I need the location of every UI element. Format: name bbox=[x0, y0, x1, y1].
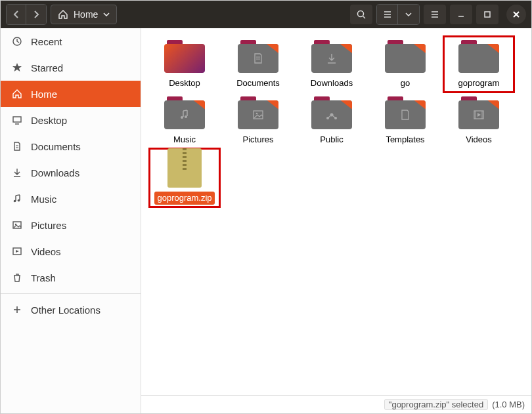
file-grid[interactable]: DesktopDocumentsDownloadsgogoprogramMusi… bbox=[141, 28, 531, 395]
sidebar-item-music[interactable]: Music bbox=[1, 186, 141, 212]
file-label: go bbox=[398, 77, 412, 90]
file-label: Templates bbox=[383, 133, 427, 146]
sidebar-item-videos[interactable]: Videos bbox=[1, 238, 141, 264]
forward-button[interactable] bbox=[26, 5, 46, 24]
sidebar-item-label: Trash bbox=[31, 272, 56, 283]
file-label: goprogram bbox=[456, 77, 502, 90]
file-item-go[interactable]: go bbox=[372, 39, 438, 90]
sidebar-item-downloads[interactable]: Downloads bbox=[1, 159, 141, 186]
file-label: goprogram.zip bbox=[154, 192, 214, 205]
clock-icon bbox=[11, 35, 23, 47]
view-switcher bbox=[376, 4, 420, 25]
svg-point-31 bbox=[256, 112, 258, 114]
desktop-icon bbox=[11, 114, 23, 126]
home-icon bbox=[58, 9, 68, 20]
music-icon bbox=[11, 193, 23, 205]
file-item-downloads[interactable]: Downloads bbox=[299, 39, 365, 90]
sidebar-item-label: Other Locations bbox=[31, 304, 100, 316]
folder-icon bbox=[458, 95, 499, 129]
svg-point-18 bbox=[18, 199, 20, 202]
svg-line-19 bbox=[16, 195, 20, 196]
file-label: Documents bbox=[234, 77, 282, 90]
maximize-button[interactable] bbox=[476, 5, 499, 24]
sidebar-item-home[interactable]: Home bbox=[1, 81, 141, 107]
sidebar-item-recent[interactable]: Recent bbox=[1, 28, 141, 54]
search-button[interactable] bbox=[350, 5, 372, 24]
file-item-documents[interactable]: Documents bbox=[225, 39, 291, 90]
folder-icon bbox=[385, 95, 426, 129]
minimize-button[interactable] bbox=[450, 5, 472, 24]
file-item-pictures[interactable]: Pictures bbox=[225, 95, 291, 146]
file-label: Desktop bbox=[166, 77, 203, 90]
sidebar-item-other-locations[interactable]: Other Locations bbox=[1, 297, 141, 323]
plus-icon bbox=[11, 304, 23, 316]
file-label: Public bbox=[317, 133, 345, 146]
sidebar-item-documents[interactable]: Documents bbox=[1, 133, 141, 159]
file-label: Pictures bbox=[240, 133, 277, 146]
sidebar-item-pictures[interactable]: Pictures bbox=[1, 212, 141, 238]
documents-icon bbox=[11, 140, 23, 152]
sidebar-item-desktop[interactable]: Desktop bbox=[1, 107, 141, 133]
home-icon bbox=[11, 88, 23, 100]
sidebar-item-label: Starred bbox=[31, 62, 63, 73]
hamburger-menu-button[interactable] bbox=[424, 5, 446, 24]
content-area: DesktopDocumentsDownloadsgogoprogramMusi… bbox=[141, 28, 531, 413]
svg-rect-13 bbox=[13, 117, 21, 122]
downloads-icon bbox=[11, 167, 23, 178]
path-dropdown-icon[interactable] bbox=[103, 12, 110, 16]
svg-line-1 bbox=[363, 16, 365, 18]
nav-buttons bbox=[6, 4, 47, 25]
file-label: Videos bbox=[463, 133, 495, 146]
file-item-music[interactable]: Music bbox=[152, 95, 217, 146]
folder-icon bbox=[385, 39, 426, 73]
sidebar-item-trash[interactable]: Trash bbox=[1, 264, 141, 291]
file-item-goprogram[interactable]: goprogram bbox=[446, 39, 512, 90]
folder-icon bbox=[458, 39, 499, 73]
sidebar-item-label: Desktop bbox=[31, 115, 67, 126]
svg-rect-9 bbox=[485, 12, 490, 17]
sidebar-item-label: Downloads bbox=[31, 167, 79, 178]
file-manager-window: Home RecentStar bbox=[0, 0, 532, 414]
path-label: Home bbox=[74, 9, 98, 20]
file-item-goprogram-zip[interactable]: goprogram.zip bbox=[152, 151, 217, 205]
file-item-public[interactable]: Public bbox=[299, 95, 365, 146]
file-item-templates[interactable]: Templates bbox=[372, 95, 438, 146]
status-size: (1.0 MB) bbox=[492, 400, 525, 409]
star-icon bbox=[11, 62, 23, 73]
svg-point-17 bbox=[14, 200, 16, 203]
close-button[interactable] bbox=[506, 5, 526, 24]
back-button[interactable] bbox=[7, 5, 26, 24]
folder-icon bbox=[238, 95, 278, 129]
svg-line-35 bbox=[328, 115, 332, 118]
pathbar[interactable]: Home bbox=[51, 5, 117, 24]
pictures-icon bbox=[11, 219, 23, 231]
sidebar-item-label: Pictures bbox=[31, 220, 66, 231]
videos-icon bbox=[11, 245, 23, 257]
folder-icon bbox=[238, 39, 278, 73]
sidebar-item-label: Music bbox=[31, 194, 56, 205]
file-item-videos[interactable]: Videos bbox=[446, 95, 512, 146]
sidebar-item-label: Home bbox=[31, 89, 57, 100]
statusbar: "goprogram.zip" selected (1.0 MB) bbox=[141, 395, 531, 413]
folder-icon bbox=[164, 95, 205, 129]
svg-line-36 bbox=[332, 115, 336, 118]
folder-icon bbox=[311, 39, 352, 73]
file-item-desktop[interactable]: Desktop bbox=[152, 39, 217, 90]
sidebar-item-label: Videos bbox=[31, 246, 61, 257]
sidebar-item-label: Recent bbox=[31, 36, 62, 47]
list-view-button[interactable] bbox=[377, 5, 398, 24]
view-dropdown-button[interactable] bbox=[398, 5, 419, 24]
file-label: Music bbox=[171, 133, 198, 146]
file-label: Downloads bbox=[308, 77, 355, 90]
zip-icon bbox=[167, 148, 202, 188]
trash-icon bbox=[11, 272, 23, 283]
sidebar-item-starred[interactable]: Starred bbox=[1, 54, 141, 81]
status-selected: "goprogram.zip" selected bbox=[384, 399, 488, 410]
svg-point-28 bbox=[185, 115, 187, 118]
sidebar: RecentStarredHomeDesktopDocumentsDownloa… bbox=[1, 28, 141, 413]
svg-point-0 bbox=[358, 11, 364, 17]
desktop-folder-icon bbox=[164, 39, 205, 73]
svg-line-29 bbox=[183, 110, 187, 111]
sidebar-item-label: Documents bbox=[31, 141, 81, 152]
titlebar: Home bbox=[1, 1, 531, 28]
